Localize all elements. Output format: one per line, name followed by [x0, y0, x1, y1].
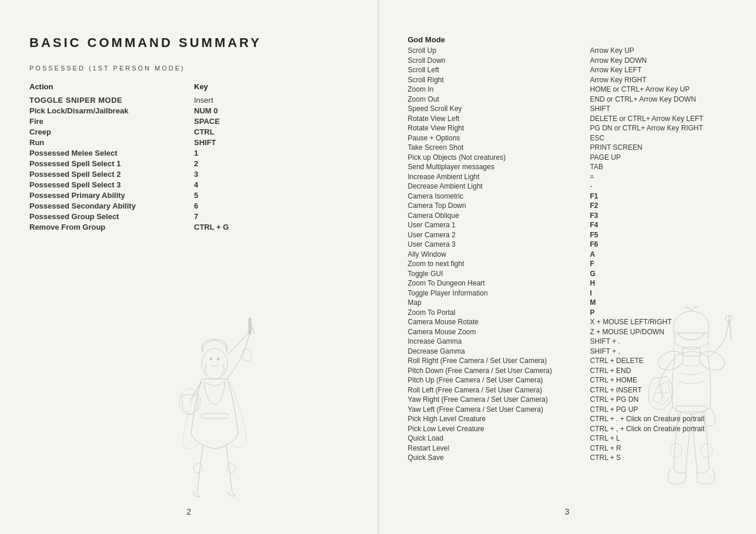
- right-action-text: Toggle GUI: [408, 270, 590, 278]
- right-key-row: =: [590, 173, 727, 181]
- right-action-row: Camera Oblique: [408, 211, 590, 220]
- right-key-row: F5: [590, 231, 727, 239]
- right-action-text: Pick up Objects (Not creatures): [408, 153, 590, 162]
- right-actions-col: God Mode Scroll UpScroll DownScroll Left…: [408, 35, 590, 464]
- svg-line-17: [729, 315, 731, 340]
- right-action-row: Zoom To Portal: [408, 308, 590, 317]
- right-key-text: A: [590, 250, 596, 258]
- right-key-row: Arrow Key LEFT: [590, 66, 727, 74]
- right-key-row: SHIFT: [590, 105, 727, 113]
- command-key: 3: [194, 170, 198, 179]
- right-action-text: Decrease Ambient Light: [408, 182, 590, 190]
- right-key-text: Arrow Key DOWN: [590, 56, 647, 65]
- right-action-text: Decrease Gamma: [408, 347, 590, 355]
- right-action-row: Yaw Left (Free Camera / Set User Camera): [408, 405, 590, 414]
- right-action-text: Camera Top Down: [408, 201, 590, 210]
- table-row: Possessed Primary Ability5: [29, 191, 349, 200]
- right-actions-list: Scroll UpScroll DownScroll LeftScroll Ri…: [408, 46, 590, 462]
- right-action-row: Zoom To Dungeon Heart: [408, 279, 590, 287]
- right-action-text: Camera Isometric: [408, 192, 590, 200]
- command-key: Insert: [194, 96, 213, 105]
- right-key-text: TAB: [590, 163, 603, 171]
- right-key-row: END or CTRL+ Arrow Key DOWN: [590, 95, 727, 103]
- table-row: Pick Lock/Disarm/JailbreakNUM 0: [29, 106, 349, 115]
- right-action-text: Scroll Up: [408, 46, 590, 55]
- right-action-row: Toggle Player Information: [408, 289, 590, 297]
- right-action-row: Map: [408, 298, 590, 307]
- right-key-text: SHIFT + .: [590, 337, 620, 345]
- right-key-row: F4: [590, 221, 727, 229]
- right-action-row: Send Multiplayer messages: [408, 163, 590, 171]
- command-action: Pick Lock/Disarm/Jailbreak: [29, 106, 194, 115]
- right-key-row: HOME or CTRL+ Arrow Key UP: [590, 85, 727, 93]
- right-key-row: F1: [590, 192, 727, 200]
- right-key-text: PG DN or CTRL+ Arrow Key RIGHT: [590, 124, 703, 132]
- command-key: NUM 0: [194, 106, 218, 115]
- command-action: Creep: [29, 127, 194, 136]
- right-action-row: Pitch Up (Free Camera / Set User Camera): [408, 376, 590, 384]
- right-action-text: Roll Left (Free Camera / Set User Camera…: [408, 386, 590, 394]
- right-key-text: CTRL + END: [590, 367, 631, 375]
- command-action: Possessed Spell Select 1: [29, 159, 194, 168]
- command-key: 7: [194, 212, 198, 221]
- right-action-row: Ally Window: [408, 250, 590, 258]
- right-key-row: PG DN or CTRL+ Arrow Key RIGHT: [590, 124, 727, 132]
- right-key-text: SHIFT + ,: [590, 347, 620, 355]
- right-key-row: F6: [590, 240, 727, 248]
- right-action-row: Pick up Objects (Not creatures): [408, 153, 590, 162]
- right-action-text: Send Multiplayer messages: [408, 163, 590, 171]
- right-action-row: Roll Right (Free Camera / Set User Camer…: [408, 357, 590, 365]
- page-number-left: 2: [186, 507, 191, 516]
- main-title: BASIC COMMAND SUMMARY: [29, 35, 349, 51]
- command-action: TOGGLE SNIPER MODE: [29, 96, 194, 105]
- command-key: CTRL: [194, 127, 215, 136]
- svg-point-8: [226, 464, 236, 473]
- right-action-text: Zoom to next fight: [408, 260, 590, 268]
- svg-rect-9: [202, 414, 228, 418]
- right-key-text: CTRL + R: [590, 444, 621, 452]
- right-action-row: Take Screen Shot: [408, 143, 590, 152]
- right-action-row: Increase Ambient Light: [408, 173, 590, 181]
- right-action-text: Pick High Level Creature: [408, 415, 590, 423]
- command-action: Remove From Group: [29, 223, 194, 231]
- right-action-row: Camera Mouse Zoom: [408, 328, 590, 336]
- right-key-row: F3: [590, 211, 727, 220]
- right-action-text: Zoom To Portal: [408, 308, 590, 317]
- right-key-text: DELETE or CTRL+ Arrow Key LEFT: [590, 115, 704, 123]
- right-key-row: PRINT SCREEN: [590, 143, 727, 152]
- right-key-row: PAGE UP: [590, 153, 727, 162]
- right-action-text: Ally Window: [408, 250, 590, 258]
- right-key-row: ESC: [590, 134, 727, 142]
- table-row: Possessed Spell Select 23: [29, 170, 349, 179]
- command-key: SHIFT: [194, 138, 216, 147]
- right-action-text: Camera Oblique: [408, 211, 590, 220]
- command-action: Fire: [29, 117, 194, 126]
- right-action-text: Increase Gamma: [408, 337, 590, 345]
- table-row: CreepCTRL: [29, 127, 349, 136]
- right-key-text: F3: [590, 211, 598, 220]
- page-number-right: 3: [565, 507, 570, 516]
- right-action-text: Pause + Options: [408, 134, 590, 142]
- section-subtitle: POSSESSED (1ST PERSON MODE): [29, 65, 349, 72]
- svg-rect-14: [676, 406, 707, 412]
- book-spread: BASIC COMMAND SUMMARY POSSESSED (1ST PER…: [0, 0, 756, 534]
- right-action-row: User Camera 2: [408, 231, 590, 239]
- right-key-row: G: [590, 270, 727, 278]
- right-key-text: END or CTRL+ Arrow Key DOWN: [590, 95, 696, 103]
- right-action-row: Decrease Ambient Light: [408, 182, 590, 190]
- right-key-row: -: [590, 182, 727, 190]
- right-key-text: CTRL + L: [590, 434, 620, 442]
- svg-point-6: [217, 358, 219, 360]
- table-row: FireSPACE: [29, 117, 349, 126]
- right-key-text: F2: [590, 201, 598, 210]
- command-key: CTRL + G: [194, 223, 229, 231]
- right-action-text: Map: [408, 298, 590, 307]
- svg-point-15: [670, 444, 682, 458]
- right-key-text: F4: [590, 221, 598, 229]
- right-key-text: F: [590, 260, 594, 268]
- right-action-text: Toggle Player Information: [408, 289, 590, 297]
- right-key-text: F5: [590, 231, 598, 239]
- right-action-text: Camera Mouse Zoom: [408, 328, 590, 336]
- right-key-text: I: [590, 289, 592, 297]
- table-header: Action Key: [29, 82, 349, 91]
